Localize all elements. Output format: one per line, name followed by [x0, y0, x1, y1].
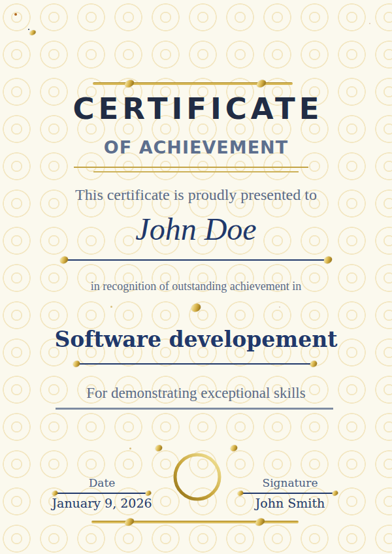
gold-bead-icon	[254, 517, 266, 527]
subtitle-gold-rule-2	[93, 171, 299, 172]
gold-bead-icon	[154, 444, 163, 452]
subtitle-gold-rule-1	[74, 167, 308, 168]
gold-bead-icon	[190, 302, 203, 314]
speck-dot	[129, 448, 131, 449]
recipient-name: John Doe	[0, 214, 392, 245]
speck-dot	[279, 306, 280, 308]
skills-line: For demonstrating exceptional skills	[0, 385, 392, 400]
speck-dot	[28, 29, 29, 30]
gold-bead-icon	[323, 255, 333, 265]
gold-bead-icon	[72, 359, 81, 368]
certificate-page: CERTIFICATE OF ACHIEVEMENT This certific…	[0, 0, 392, 554]
gold-bead-icon	[309, 359, 318, 368]
signature-label: Signature	[231, 478, 349, 489]
speck-dot	[369, 23, 370, 24]
recognition-line: in recognition of outstanding achievemen…	[0, 280, 392, 292]
gold-bead-icon	[29, 29, 37, 37]
gold-bead-icon	[59, 255, 69, 265]
recipient-underline	[64, 259, 328, 261]
bottom-gold-divider	[91, 521, 299, 523]
gold-bead-icon	[229, 444, 238, 452]
gold-bead-icon	[123, 517, 135, 527]
gold-bead-icon	[237, 490, 244, 497]
signature-line	[240, 493, 335, 494]
certificate-title: CERTIFICATE	[0, 94, 392, 123]
gold-bead-icon	[255, 78, 267, 89]
gold-bead-icon	[123, 78, 135, 89]
date-line	[55, 493, 148, 494]
certificate-subtitle: OF ACHIEVEMENT	[0, 138, 392, 156]
signature-value: John Smith	[231, 497, 349, 510]
gold-bead-icon	[331, 490, 338, 497]
presented-line: This certificate is proudly presented to	[0, 187, 392, 203]
field-underline	[76, 363, 314, 365]
speck-dot	[14, 13, 17, 16]
speck-dot	[110, 306, 112, 308]
gold-seal-ring-icon	[171, 451, 223, 503]
achievement-field: Software developement	[0, 329, 392, 350]
date-label: Date	[43, 478, 161, 489]
date-value: January 9, 2026	[43, 497, 161, 510]
skills-underline	[56, 408, 333, 410]
